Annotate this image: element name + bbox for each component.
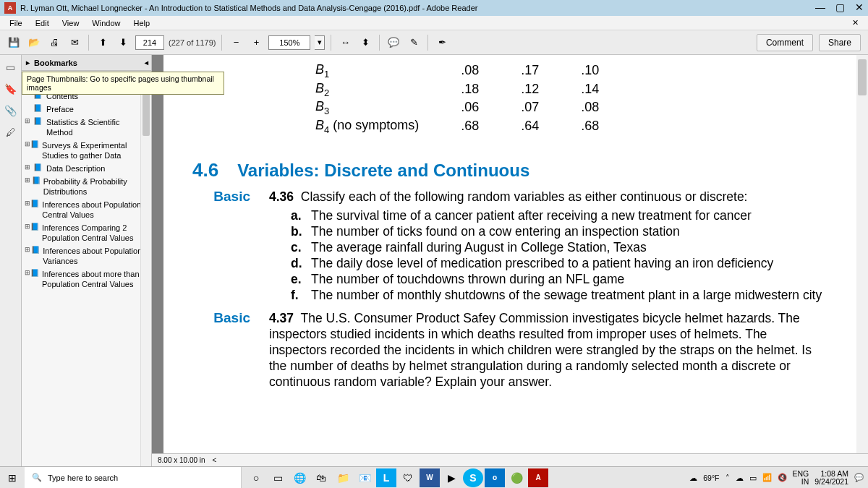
expand-icon[interactable]: ⊞: [25, 163, 33, 171]
taskview-icon[interactable]: ▭: [268, 468, 288, 487]
start-button[interactable]: ⊞: [0, 467, 25, 489]
status-collapse-icon[interactable]: <: [213, 456, 217, 464]
bookmark-item[interactable]: ⊞📘Inferences about more than 2 Populatio…: [23, 267, 150, 291]
zoom-in-icon[interactable]: +: [248, 35, 264, 51]
zoom-input[interactable]: [268, 35, 310, 50]
volume-icon[interactable]: 🔇: [778, 473, 787, 482]
bookmark-node-icon: 📘: [31, 246, 40, 254]
expand-icon[interactable]: ⊞: [25, 140, 30, 147]
expand-icon[interactable]: ⊞: [25, 246, 31, 253]
bookmark-label: Inferences about more than 2 Population …: [42, 269, 148, 289]
tray-chevron-icon[interactable]: ˄: [726, 474, 730, 482]
explorer-icon[interactable]: 📁: [333, 468, 353, 487]
chrome-icon[interactable]: 🟢: [506, 468, 527, 487]
bookmark-label: Statistics & Scientific Method: [46, 117, 148, 137]
bookmark-item[interactable]: ⊞📘Data Description: [23, 162, 150, 175]
maximize-button[interactable]: ▢: [835, 1, 845, 13]
attachments-icon[interactable]: 📎: [4, 104, 17, 117]
save-icon[interactable]: 💾: [6, 35, 22, 51]
expand-icon[interactable]: ⊞: [25, 200, 30, 207]
menu-view[interactable]: View: [57, 17, 85, 29]
bookmark-node-icon: 📘: [33, 117, 43, 125]
tray-date[interactable]: 9/24/2021: [814, 478, 848, 486]
share-button[interactable]: Share: [819, 34, 861, 51]
mail-app-icon[interactable]: 📧: [354, 468, 375, 487]
menu-edit[interactable]: Edit: [30, 17, 54, 29]
bookmark-label: Inferences about Population Variances: [43, 246, 148, 266]
print-icon[interactable]: 🖨: [46, 35, 62, 51]
bookmark-label: Data Description: [46, 163, 105, 174]
app-l-icon[interactable]: L: [376, 468, 396, 487]
sign-icon[interactable]: ✒: [434, 35, 450, 51]
security-icon[interactable]: 🛡: [398, 468, 418, 487]
menu-window[interactable]: Window: [87, 17, 125, 29]
menu-close-icon[interactable]: ✕: [847, 17, 864, 29]
title-bar: A R. Lyman Ott, Michael Longnecker - An …: [0, 0, 868, 16]
tray-lang1[interactable]: ENG: [793, 470, 809, 478]
fit-page-icon[interactable]: ⬍: [357, 35, 373, 51]
tray-lang2[interactable]: IN: [801, 478, 809, 486]
menu-bar: File Edit View Window Help ✕: [0, 16, 868, 30]
bookmark-item[interactable]: ⊞📘Statistics & Scientific Method: [23, 116, 150, 139]
comment-button[interactable]: Comment: [757, 34, 813, 51]
bookmark-icon[interactable]: 🔖: [4, 82, 17, 95]
bookmarks-scrollbar[interactable]: [140, 87, 151, 466]
zoom-out-icon[interactable]: −: [228, 35, 244, 51]
bookmarks-list: 📘Contents📘Preface⊞📘Statistics & Scientif…: [22, 87, 151, 466]
options-toggle-icon[interactable]: ◂: [145, 59, 148, 67]
page-down-icon[interactable]: ⬇: [115, 35, 131, 51]
bookmark-label: Probability & Probability Distributions: [43, 176, 148, 197]
problem-436: 4.36 Classify each of the following rand…: [269, 189, 827, 303]
outlook-icon[interactable]: o: [485, 468, 505, 487]
collapse-arrow-icon[interactable]: ▸: [26, 59, 30, 67]
doc-vertical-scrollbar[interactable]: [856, 55, 868, 453]
page-up-icon[interactable]: ⬆: [95, 35, 111, 51]
bookmark-node-icon: 📘: [32, 176, 41, 184]
taskbar-search[interactable]: 🔍 Type here to search: [25, 467, 242, 488]
thumbnails-icon[interactable]: ▭: [4, 61, 17, 74]
bookmarks-header: ▸ Bookmarks ◂: [22, 55, 151, 71]
problem-label: Basic: [192, 310, 250, 326]
bookmark-item[interactable]: ⊞📘Surveys & Experimental Studies to gath…: [23, 139, 150, 162]
cortana-icon[interactable]: ○: [246, 468, 266, 487]
comment-icon[interactable]: 💬: [386, 35, 401, 51]
page-count: (227 of 1179): [169, 38, 216, 47]
weather-icon[interactable]: ☁: [689, 474, 697, 482]
bookmark-item[interactable]: ⊞📘Probability & Probability Distribution…: [23, 175, 150, 198]
menu-file[interactable]: File: [4, 17, 27, 29]
close-button[interactable]: ✕: [855, 1, 864, 13]
notifications-icon[interactable]: 💬: [854, 473, 864, 482]
minimize-button[interactable]: —: [815, 1, 825, 13]
page-size: 8.00 x 10.00 in: [158, 456, 205, 464]
open-icon[interactable]: 📂: [26, 35, 42, 51]
bookmark-item[interactable]: ⊞📘Inferences Comparing 2 Population Cent…: [23, 221, 150, 244]
edge-icon[interactable]: 🌐: [289, 468, 310, 487]
signatures-icon[interactable]: 🖊: [4, 126, 17, 139]
page-input[interactable]: [135, 35, 164, 50]
skype-icon[interactable]: S: [463, 468, 483, 487]
email-icon[interactable]: ✉: [67, 35, 82, 51]
media-icon[interactable]: ▶: [441, 468, 461, 487]
reader-icon[interactable]: A: [528, 468, 548, 487]
expand-icon[interactable]: ⊞: [25, 176, 32, 184]
expand-icon[interactable]: ⊞: [25, 223, 30, 230]
onedrive-icon[interactable]: ☁: [736, 474, 744, 482]
store-icon[interactable]: 🛍: [311, 468, 331, 487]
expand-icon[interactable]: ⊞: [25, 117, 33, 124]
weather-text[interactable]: 69°F: [703, 474, 719, 482]
bookmark-item[interactable]: 📘Preface: [23, 103, 150, 116]
fit-width-icon[interactable]: ↔: [337, 35, 353, 51]
highlight-icon[interactable]: ✎: [406, 35, 422, 51]
bookmarks-pane: ▸ Bookmarks ◂ ⚙▾ ✚ 🗑 📘Contents📘Preface⊞📘…: [22, 55, 152, 466]
bookmark-item[interactable]: ⊞📘Inferences about Population Variances: [23, 244, 150, 267]
wifi-icon[interactable]: 📶: [762, 473, 772, 482]
word-icon[interactable]: W: [420, 468, 440, 487]
menu-help[interactable]: Help: [128, 17, 155, 29]
expand-icon[interactable]: ⊞: [25, 269, 30, 276]
zoom-dropdown[interactable]: ▾: [315, 35, 325, 50]
battery-icon[interactable]: ▭: [749, 474, 757, 482]
side-tool-strip: ▭ 🔖 📎 🖊: [0, 55, 22, 466]
tray-time[interactable]: 1:08 AM: [820, 470, 848, 478]
bookmark-node-icon: 📘: [30, 200, 39, 207]
bookmark-item[interactable]: ⊞📘Inferences about Population Central Va…: [23, 198, 150, 221]
